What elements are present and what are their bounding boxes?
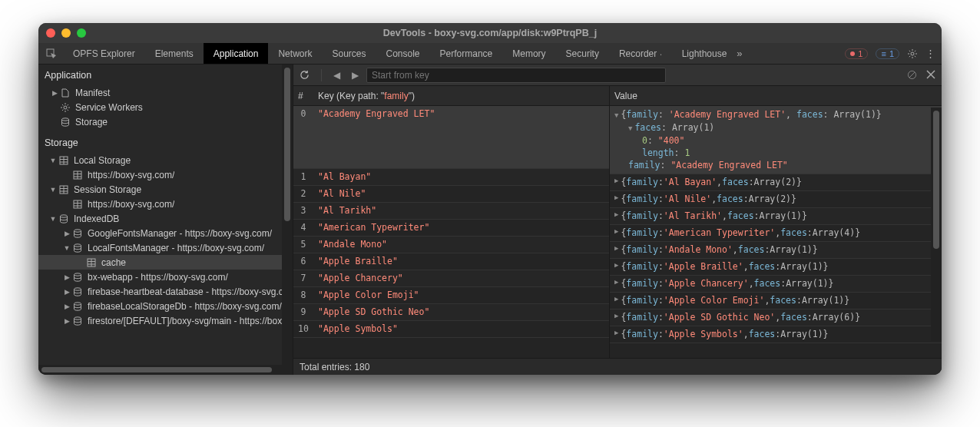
kebab-menu-icon[interactable]: ⋮ [925, 48, 935, 59]
tabbar: OPFS ExplorerElementsApplicationNetworkS… [38, 43, 942, 65]
row-value[interactable]: ▶{family: 'Apple Symbols', faces: Array(… [610, 326, 942, 343]
file-icon [60, 88, 71, 98]
row-index[interactable]: 9 [293, 304, 313, 321]
row-index[interactable]: 1 [293, 169, 313, 186]
row-key[interactable]: "Apple Braille" [313, 253, 609, 270]
errors-badge[interactable]: 1 [845, 48, 868, 59]
svg-point-2 [64, 106, 67, 109]
row-key[interactable]: "Andale Mono" [313, 237, 609, 253]
sidebar-horizontal-scrollbar[interactable] [38, 365, 293, 375]
tab-network[interactable]: Network [268, 43, 322, 64]
more-tabs-icon[interactable]: » [737, 48, 742, 59]
row-key[interactable]: "Al Tarikh" [313, 203, 609, 220]
sidebar-item-label: firebaseLocalStorageDb - https://boxy-sv… [88, 301, 282, 312]
sidebar-item[interactable]: cache [38, 255, 293, 270]
db-icon [72, 243, 83, 253]
row-key[interactable]: "Academy Engraved LET" [313, 106, 609, 169]
sidebar-item[interactable]: https://boxy-svg.com/ [38, 167, 293, 182]
svg-point-28 [74, 287, 81, 290]
row-index[interactable]: 10 [293, 321, 313, 338]
tab-security[interactable]: Security [556, 43, 609, 64]
svg-point-30 [74, 316, 81, 319]
prev-page-icon[interactable]: ◀ [329, 70, 343, 81]
start-key-input[interactable] [366, 68, 666, 83]
row-key[interactable]: "Apple Symbols" [313, 321, 609, 338]
next-page-icon[interactable]: ▶ [348, 70, 362, 81]
row-index[interactable]: 0 [293, 106, 313, 169]
sidebar-item[interactable]: ▶firestore/[DEFAULT]/boxy-svg/main - htt… [38, 313, 293, 328]
chevron-icon: ▶ [63, 288, 71, 296]
sidebar-vertical-scrollbar[interactable] [282, 65, 293, 375]
tab-sources[interactable]: Sources [322, 43, 376, 64]
tabbar-right: 1 ≡1 ⋮ [845, 48, 942, 59]
refresh-icon[interactable] [300, 70, 313, 80]
grid-icon [72, 200, 83, 209]
sidebar-item-manifest[interactable]: ▶Manifest [38, 85, 293, 100]
svg-point-3 [62, 118, 69, 120]
row-key[interactable]: "Apple Color Emoji" [313, 287, 609, 304]
tab-memory[interactable]: Memory [502, 43, 555, 64]
sidebar-item[interactable]: ▼Local Storage [38, 153, 293, 167]
row-index[interactable]: 2 [293, 186, 313, 203]
sidebar-item[interactable]: ▼Session Storage [38, 182, 293, 197]
index-header: # [293, 86, 313, 106]
row-value[interactable]: ▶{family: 'Andale Mono', faces: Array(1)… [610, 242, 942, 259]
row-index[interactable]: 5 [293, 237, 313, 253]
row-index[interactable]: 4 [293, 220, 313, 237]
sidebar-item[interactable]: ▶bx-webapp - https://boxy-svg.com/ [38, 270, 293, 284]
inspect-element-icon[interactable] [43, 48, 60, 59]
svg-point-20 [61, 214, 68, 217]
row-key[interactable]: "Al Nile" [313, 186, 609, 203]
chevron-icon: ▶ [63, 303, 71, 310]
row-key[interactable]: "Al Bayan" [313, 169, 609, 186]
sidebar-item[interactable]: ▶GoogleFontsManager - https://boxy-svg.c… [38, 226, 293, 240]
sidebar-item-label: Service Workers [75, 102, 143, 113]
sidebar-item[interactable]: https://boxy-svg.com/ [38, 197, 293, 211]
tab-recorder-[interactable]: Recorder ⸱ [609, 43, 672, 64]
chevron-icon: ▶ [63, 317, 71, 325]
row-key[interactable]: "American Typewriter" [313, 220, 609, 237]
tab-lighthouse[interactable]: Lighthouse [672, 43, 737, 64]
messages-badge[interactable]: ≡1 [876, 48, 899, 59]
row-value[interactable]: ▶{family: 'Al Bayan', faces: Array(2)} [610, 174, 942, 191]
tab-application[interactable]: Application [204, 43, 269, 64]
sidebar-item[interactable]: ▶firebase-heartbeat-database - https://b… [38, 284, 293, 299]
row-key[interactable]: "Apple SD Gothic Neo" [313, 304, 609, 321]
sidebar-item-label: Local Storage [74, 155, 131, 166]
delete-selected-icon[interactable] [926, 70, 935, 80]
tab-performance[interactable]: Performance [430, 43, 503, 64]
tab-opfs-explorer[interactable]: OPFS Explorer [63, 43, 145, 64]
settings-icon[interactable] [907, 48, 918, 59]
db-icon [72, 287, 83, 296]
sidebar-item-service-workers[interactable]: Service Workers [38, 100, 293, 114]
row-index[interactable]: 6 [293, 253, 313, 270]
sidebar-item-storage[interactable]: Storage [38, 114, 293, 129]
row-value[interactable]: ▶{family: 'Apple Color Emoji', faces: Ar… [610, 293, 942, 309]
sidebar-item[interactable]: ▶firebaseLocalStorageDb - https://boxy-s… [38, 299, 293, 313]
row-key[interactable]: "Apple Chancery" [313, 270, 609, 287]
sidebar-item-label: Manifest [75, 88, 110, 98]
tab-elements[interactable]: Elements [145, 43, 204, 64]
row-value[interactable]: ▶{family: 'Al Nile', faces: Array(2)} [610, 191, 942, 208]
row-index[interactable]: 7 [293, 270, 313, 287]
row-value[interactable]: ▶{family: 'Apple Braille', faces: Array(… [610, 259, 942, 276]
tab-console[interactable]: Console [376, 43, 430, 64]
window-title: DevTools - boxy-svg.com/app/disk:w9PtrqP… [38, 28, 942, 38]
main-pane: ◀ ▶ # 012345678910 [293, 65, 942, 375]
db-icon [72, 302, 83, 311]
row-index[interactable]: 3 [293, 203, 313, 220]
sidebar-item[interactable]: ▼LocalFontsManager - https://boxy-svg.co… [38, 240, 293, 255]
application-section-title: Application [38, 65, 293, 85]
row-index[interactable]: 8 [293, 287, 313, 304]
row-value[interactable]: ▶{family: 'Apple Chancery', faces: Array… [610, 276, 942, 293]
grid-vertical-scrollbar[interactable] [931, 108, 942, 341]
row-value[interactable]: ▶{family: 'Apple SD Gothic Neo', faces: … [610, 309, 942, 326]
row-value[interactable]: ▶{family: 'Al Tarikh', faces: Array(1)} [610, 208, 942, 225]
key-column: Key (Key path: "family") "Academy Engrav… [313, 86, 610, 358]
grid-icon [86, 258, 97, 267]
chevron-icon: ▼ [63, 244, 71, 252]
row-value[interactable]: ▶{family: 'American Typewriter', faces: … [610, 225, 942, 242]
sidebar-item[interactable]: ▼IndexedDB [38, 211, 293, 226]
clear-store-icon[interactable] [907, 70, 917, 80]
row-value[interactable]: ▼{family: 'Academy Engraved LET', faces:… [610, 106, 942, 174]
